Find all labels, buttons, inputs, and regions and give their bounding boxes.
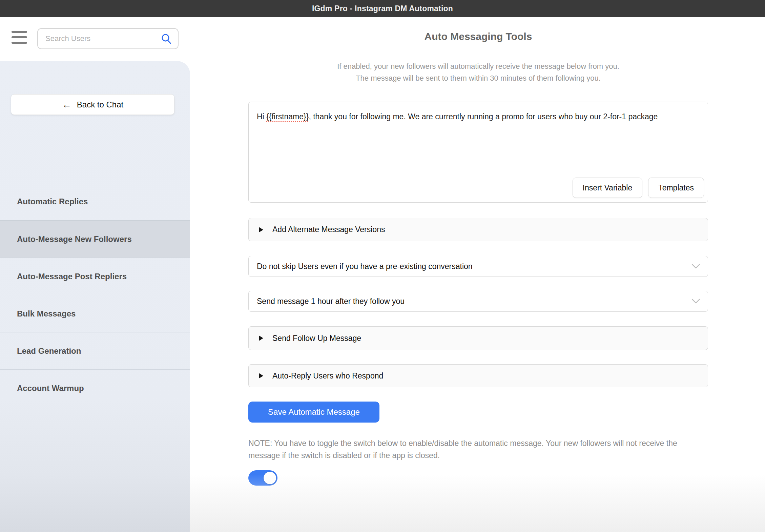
chevron-down-icon — [691, 264, 700, 269]
back-to-chat-button[interactable]: ← Back to Chat — [11, 94, 174, 115]
sidebar-item-bulk-messages[interactable]: Bulk Messages — [0, 295, 190, 332]
section-label: Send Follow Up Message — [272, 334, 361, 343]
section-label: Add Alternate Message Versions — [272, 225, 385, 234]
caret-right-icon — [259, 335, 263, 341]
sidebar-item-automatic-replies[interactable]: Automatic Replies — [0, 183, 190, 220]
app-window: IGdm Pro - Instagram DM Automation ← Bac… — [0, 0, 765, 532]
caret-right-icon — [259, 373, 263, 378]
toggle-knob — [264, 472, 276, 484]
insert-variable-button[interactable]: Insert Variable — [573, 178, 643, 198]
skip-users-dropdown[interactable]: Do not skip Users even if you have a pre… — [248, 256, 708, 277]
page-description-line2: The message will be sent to them within … — [248, 74, 708, 83]
back-to-chat-label: Back to Chat — [77, 100, 123, 109]
section-auto-reply-users-who-respond[interactable]: Auto-Reply Users who Respond — [248, 364, 708, 387]
hamburger-menu-icon[interactable] — [12, 30, 27, 44]
back-arrow-icon: ← — [62, 100, 71, 109]
templates-button[interactable]: Templates — [648, 178, 704, 198]
caret-right-icon — [259, 227, 263, 232]
skip-users-dropdown-value: Do not skip Users even if you have a pre… — [257, 262, 691, 271]
message-editor-actions: Insert Variable Templates — [573, 178, 704, 198]
search-box[interactable] — [37, 28, 179, 49]
section-add-alternate-message-versions[interactable]: Add Alternate Message Versions — [248, 218, 708, 241]
save-automatic-message-button[interactable]: Save Automatic Message — [248, 402, 379, 423]
message-input[interactable]: Hi {{firstname}}, thank you for followin… — [257, 109, 700, 124]
message-text-after: , thank you for following me. We are cur… — [309, 112, 658, 121]
main-content: Auto Messaging Tools If enabled, your ne… — [190, 17, 765, 532]
sidebar: ← Back to Chat Automatic Replies Auto-Me… — [0, 61, 190, 532]
chevron-down-icon — [691, 299, 700, 304]
search-input[interactable] — [45, 34, 161, 43]
sidebar-menu: Automatic Replies Auto-Message New Follo… — [0, 183, 190, 407]
send-delay-dropdown-value: Send message 1 hour after they follow yo… — [257, 297, 691, 306]
message-text-before: Hi — [257, 112, 266, 121]
window-titlebar: IGdm Pro - Instagram DM Automation — [0, 0, 765, 17]
page-title: Auto Messaging Tools — [248, 31, 708, 42]
enable-automatic-message-toggle[interactable] — [248, 470, 277, 486]
send-delay-dropdown[interactable]: Send message 1 hour after they follow yo… — [248, 291, 708, 312]
search-icon[interactable] — [161, 33, 172, 44]
sidebar-item-lead-generation[interactable]: Lead Generation — [0, 332, 190, 369]
message-variable-token: {{firstname}} — [266, 112, 309, 121]
window-title: IGdm Pro - Instagram DM Automation — [312, 4, 453, 13]
auto-message-editor: Hi {{firstname}}, thank you for followin… — [248, 102, 708, 203]
note-text: NOTE: You have to toggle the switch belo… — [248, 437, 708, 462]
sidebar-item-auto-message-new-followers[interactable]: Auto-Message New Followers — [0, 220, 190, 258]
section-label: Auto-Reply Users who Respond — [272, 371, 383, 381]
section-send-follow-up-message[interactable]: Send Follow Up Message — [248, 326, 708, 350]
sidebar-item-account-warmup[interactable]: Account Warmup — [0, 369, 190, 407]
page-description-line1: If enabled, your new followers will auto… — [248, 62, 708, 71]
bottom-fade — [190, 474, 765, 532]
sidebar-item-auto-message-post-repliers[interactable]: Auto-Message Post Repliers — [0, 258, 190, 295]
